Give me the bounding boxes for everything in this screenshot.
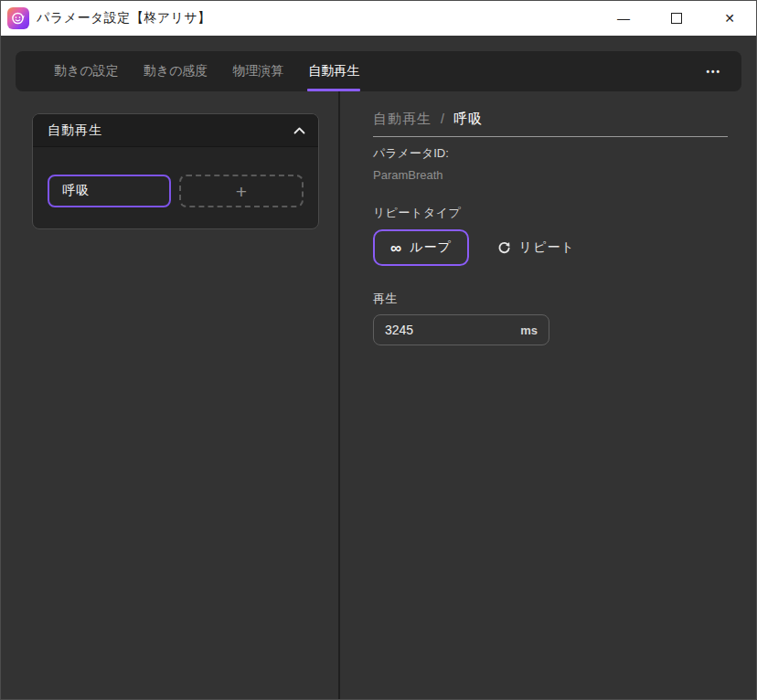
more-options-button[interactable]: ••• — [686, 51, 741, 91]
repeat-type-options: ∞ ループ リピート — [373, 229, 728, 266]
tab-motion-sensitivity[interactable]: 動きの感度 — [144, 51, 208, 91]
param-id-value: ParamBreath — [373, 168, 728, 182]
breadcrumb-separator: / — [441, 111, 444, 126]
infinity-icon: ∞ — [390, 240, 401, 256]
breadcrumb: 自動再生 / 呼吸 — [373, 111, 728, 137]
loop-option-label: ループ — [410, 239, 452, 256]
add-playback-button[interactable]: + — [179, 175, 304, 207]
play-label: 再生 — [373, 291, 728, 307]
repeat-type-label: リピートタイプ — [373, 205, 728, 221]
play-duration-unit: ms — [520, 323, 538, 337]
param-id-label: パラメータID: — [373, 145, 728, 162]
content-columns: 自動再生 呼吸 + — [1, 91, 756, 699]
auto-playback-card-header[interactable]: 自動再生 — [33, 114, 318, 147]
left-panel: 自動再生 呼吸 + — [1, 91, 340, 699]
main-area: 動きの設定 動きの感度 物理演算 自動再生 ••• 自動再生 — [1, 36, 756, 699]
tab-bar: 動きの設定 動きの感度 物理演算 自動再生 ••• — [16, 51, 741, 91]
refresh-icon — [497, 241, 511, 255]
repeat-option-label: リピート — [519, 239, 575, 256]
playback-item-breath[interactable]: 呼吸 — [48, 175, 171, 207]
tab-auto-playback[interactable]: 自動再生 — [308, 51, 359, 91]
parameter-settings-window: パラメータ設定【柊アリサ】 — ✕ 動きの設定 動きの感度 物理演算 自動再生 … — [0, 0, 757, 700]
maximize-button[interactable] — [650, 1, 703, 36]
window-title: パラメータ設定【柊アリサ】 — [37, 10, 211, 27]
window-controls: — ✕ — [597, 1, 756, 36]
breadcrumb-parent[interactable]: 自動再生 — [373, 111, 432, 128]
minimize-icon: — — [617, 11, 630, 26]
breadcrumb-current: 呼吸 — [453, 111, 483, 128]
play-duration-input[interactable] — [385, 323, 520, 337]
tab-physics[interactable]: 物理演算 — [232, 51, 283, 91]
titlebar: パラメータ設定【柊アリサ】 — ✕ — [1, 1, 756, 36]
close-icon: ✕ — [724, 11, 735, 26]
play-duration-field: ms — [373, 314, 549, 345]
app-logo-icon — [7, 7, 29, 29]
auto-playback-card: 自動再生 呼吸 + — [32, 113, 319, 229]
detail-panel: 自動再生 / 呼吸 パラメータID: ParamBreath リピートタイプ ∞… — [340, 91, 756, 699]
plus-icon: + — [236, 182, 247, 201]
repeat-option-button[interactable]: リピート — [494, 229, 579, 266]
minimize-button[interactable]: — — [597, 1, 650, 36]
tab-motion-settings[interactable]: 動きの設定 — [54, 51, 119, 91]
chevron-up-icon — [293, 127, 305, 134]
ellipsis-icon: ••• — [706, 67, 721, 77]
loop-option-button[interactable]: ∞ ループ — [373, 229, 469, 266]
close-button[interactable]: ✕ — [703, 1, 756, 36]
card-title: 自動再生 — [48, 122, 102, 139]
card-body: 呼吸 + — [33, 147, 318, 228]
maximize-icon — [671, 13, 682, 24]
